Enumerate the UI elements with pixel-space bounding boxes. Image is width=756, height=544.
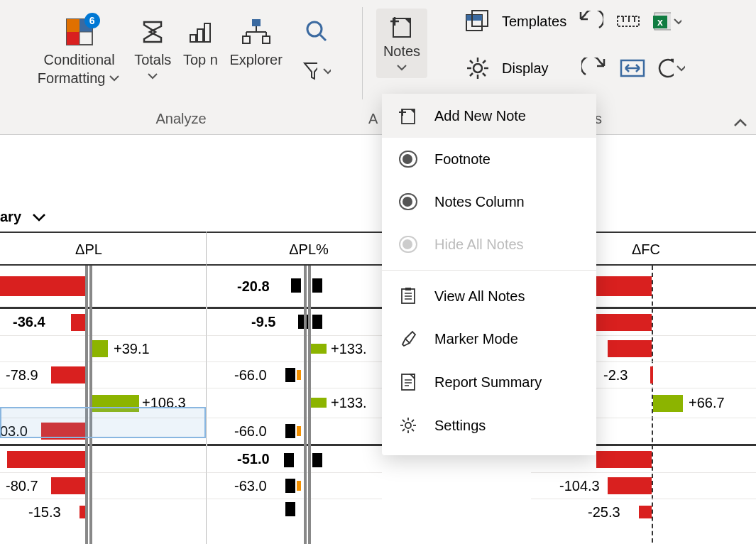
notes-dropdown: Add New Note Footnote Notes Column Hide … [382,94,596,455]
analyze-group-label: Analyze [0,111,362,127]
svg-rect-8 [252,19,261,26]
svg-line-35 [470,60,473,63]
topn-icon [187,19,213,45]
sigma-icon [140,19,165,45]
report-summary-item[interactable]: Report Summary [382,360,596,404]
explorer-button[interactable]: Explorer [225,11,286,71]
search-icon [305,19,329,43]
ruler-icon [616,11,642,32]
explorer-icon [242,18,270,46]
totals-button[interactable]: Totals [130,11,175,85]
document-icon [400,373,416,391]
notes-icon [389,14,415,40]
search-button[interactable] [302,17,331,45]
chevron-down-icon [31,210,47,225]
svg-line-37 [470,73,473,76]
svg-line-59 [412,429,414,431]
filter-icon [302,60,317,82]
svg-point-53 [405,423,411,428]
gear-icon [400,417,417,434]
display-label[interactable]: Display [502,60,549,77]
svg-text:x: x [657,16,663,28]
templates-icon [465,9,491,33]
hide-all-notes-item: Hide All Notes [382,223,596,266]
toggle-icon [399,236,417,253]
svg-line-58 [402,420,405,422]
toggle-icon [399,151,417,168]
collapse-ribbon-icon[interactable] [732,116,749,130]
svg-rect-3 [67,32,80,45]
undo-button[interactable] [576,7,605,36]
svg-rect-7 [204,23,210,42]
add-new-note-item[interactable]: Add New Note [382,94,596,138]
svg-rect-48 [405,288,411,290]
svg-line-60 [402,429,405,431]
redo-icon [581,58,607,79]
undo-icon [578,11,603,32]
svg-rect-1 [67,19,80,32]
column-header-plp: ΔPL% [280,241,337,258]
notes-column-toggle-item[interactable]: Notes Column [382,180,596,223]
stretch-button[interactable] [618,54,647,82]
list-icon [400,288,416,305]
summary-toggle[interactable]: ary [0,209,47,225]
view-all-notes-item[interactable]: View All Notes [382,275,596,317]
svg-rect-5 [190,35,196,42]
analyze-group: 6 Conditional Formatting Totals Top n Ex… [0,0,362,134]
ruler-button[interactable] [615,7,643,36]
svg-line-16 [320,35,326,40]
column-header-pl: ΔPL [60,241,117,258]
marker-icon [400,330,417,347]
excel-button[interactable]: x [653,7,681,36]
svg-line-61 [412,420,414,422]
svg-point-30 [473,64,482,72]
stretch-icon [620,58,645,79]
templates-icon-button[interactable] [464,7,492,36]
ribbon-toolbar: 6 Conditional Formatting Totals Top n Ex… [0,0,756,135]
axis [85,266,92,544]
dropdown-divider [382,270,596,271]
filter-button[interactable] [302,57,331,85]
svg-rect-21 [466,15,482,21]
settings-item[interactable]: Settings [382,404,596,447]
templates-label[interactable]: Templates [502,13,566,30]
refresh-button[interactable] [657,54,685,82]
svg-rect-13 [243,36,250,43]
toggle-icon [399,193,417,210]
excel-icon: x [653,10,671,33]
footnote-toggle-item[interactable]: Footnote [382,138,596,180]
conditional-formatting-button[interactable]: 6 Conditional Formatting [31,11,127,89]
svg-point-15 [307,22,322,36]
axis [304,266,311,544]
display-gear-button[interactable] [464,54,492,82]
svg-rect-4 [80,32,92,45]
svg-line-38 [483,60,486,63]
note-add-icon [399,107,417,125]
column-header-fc: ΔFC [618,241,674,258]
column-divider [206,232,207,544]
topn-button[interactable]: Top n [178,11,222,71]
refresh-icon [657,58,674,79]
redo-button[interactable] [580,54,608,82]
conditional-formatting-badge: 6 [84,13,100,28]
gear-icon [466,56,490,80]
svg-line-36 [483,73,486,76]
notes-button[interactable]: Notes [376,9,427,78]
marker-mode-item[interactable]: Marker Mode [382,317,596,360]
svg-rect-6 [197,29,203,42]
svg-rect-14 [263,36,270,43]
